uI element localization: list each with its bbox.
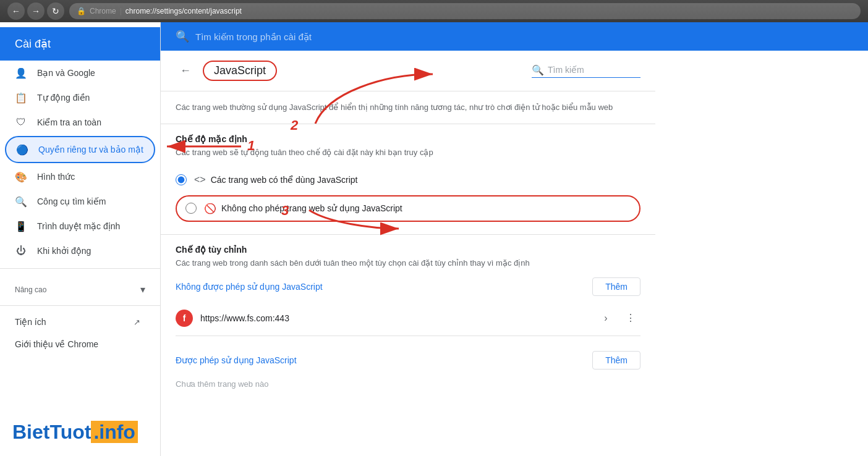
shield-icon: 🛡	[15, 116, 27, 129]
back-arrow-icon: ←	[180, 64, 191, 77]
code-icon: <>	[194, 174, 206, 185]
sidebar-item-trinh-duyet[interactable]: 📱 Trình duyệt mặc định	[0, 214, 155, 239]
search-icon-top: 🔍	[176, 30, 189, 43]
custom-mode-title: Chế độ tùy chỉnh	[176, 245, 640, 255]
sidebar-label-ban-va-google: Bạn và Google	[37, 68, 95, 78]
block-js-option[interactable]: 🚫 Không cho phép trang web sử dụng JavaS…	[176, 195, 640, 222]
separator: |	[120, 7, 122, 15]
content-area: ← JavaScript 🔍 Các trang web thường sử d…	[161, 51, 655, 418]
inline-search-area: 🔍	[532, 64, 640, 78]
sidebar-label-hinh-thuc: Hình thức	[37, 172, 75, 182]
site-favicon: f	[176, 310, 193, 327]
allowed-empty-text: Chưa thêm trang web nào	[176, 374, 640, 394]
theme-icon: 🎨	[15, 171, 27, 183]
address-bar: 🔒 Chrome | chrome://settings/content/jav…	[69, 3, 861, 19]
autofill-icon: 📋	[15, 91, 27, 104]
sidebar-item-tu-dong-dien[interactable]: 📋 Tự động điền	[0, 85, 155, 110]
sidebar-item-cong-cu-tim-kiem[interactable]: 🔍 Công cụ tìm kiếm	[0, 189, 155, 214]
top-search-bar: 🔍	[161, 22, 868, 51]
js-description: Các trang web thường sử dụng JavaScript …	[161, 91, 655, 124]
allowed-title: Được phép sử dụng JavaScript	[176, 355, 297, 365]
back-to-content-button[interactable]: ←	[176, 61, 195, 81]
blocked-add-button[interactable]: Thêm	[592, 277, 640, 296]
sidebar: Cài đặt 👤 Bạn và Google 📋 Tự động điền 🛡…	[0, 22, 161, 456]
lock-icon: 🔒	[77, 7, 86, 15]
tien-ich-label: Tiện ích	[15, 317, 46, 327]
default-mode-section: Chế độ mặc định Các trang web sẽ tự động…	[161, 124, 655, 235]
forward-button[interactable]: →	[27, 2, 45, 20]
allow-js-label: <> Các trang web có thể dùng JavaScript	[194, 174, 357, 185]
sidebar-title: Cài đặt	[15, 38, 51, 50]
custom-mode-desc: Các trang web trong danh sách bên dưới t…	[176, 258, 640, 268]
custom-mode-section: Chế độ tùy chỉnh Các trang web trong dan…	[161, 235, 655, 418]
blocked-subsection: Không được phép sử dụng JavaScript Thêm …	[176, 277, 640, 336]
url-text: chrome://settings/content/javascript	[126, 7, 242, 15]
watermark-biet: Biet	[12, 421, 49, 443]
allowed-subsection: Được phép sử dụng JavaScript Thêm Chưa t…	[176, 351, 640, 394]
block-icon: 🚫	[204, 203, 216, 214]
site-actions: › ⋮	[596, 308, 640, 328]
browser-icon: 📱	[15, 220, 27, 232]
sidebar-item-tien-ich[interactable]: Tiện ích ↗	[0, 311, 155, 333]
startup-icon: ⏻	[15, 245, 27, 257]
sidebar-divider-1	[0, 268, 160, 269]
sidebar-header: Cài đặt	[0, 27, 160, 61]
js-page-title: JavaScript	[203, 61, 277, 81]
js-page-header: ← JavaScript 🔍	[161, 51, 655, 91]
sidebar-item-hinh-thuc[interactable]: 🎨 Hình thức	[0, 164, 155, 189]
sidebar-label-tu-dong-dien: Tự động điền	[37, 93, 90, 103]
watermark-tuot: Tuot	[49, 421, 91, 443]
sidebar-item-gioi-thieu[interactable]: Giới thiệu về Chrome	[0, 333, 155, 355]
sidebar-divider-2	[0, 305, 160, 306]
sidebar-label-kiem-tra-an-toan: Kiểm tra an toàn	[37, 117, 101, 127]
privacy-icon: 🔵	[16, 143, 28, 156]
blocked-header: Không được phép sử dụng JavaScript Thêm	[176, 277, 640, 296]
chevron-down-icon: ▾	[140, 284, 145, 295]
block-js-label: 🚫 Không cho phép trang web sử dụng JavaS…	[204, 203, 402, 214]
inline-search-icon: 🔍	[532, 64, 544, 76]
back-button[interactable]: ←	[7, 2, 25, 20]
allow-js-option[interactable]: <> Các trang web có thể dùng JavaScript	[176, 167, 640, 193]
settings-container: Cài đặt 👤 Bạn và Google 📋 Tự động điền 🛡…	[0, 22, 868, 456]
blocked-site-url: https://www.fs.com:443	[200, 313, 589, 323]
block-js-radio[interactable]	[185, 203, 197, 214]
site-expand-button[interactable]: ›	[596, 308, 616, 328]
site-more-button[interactable]: ⋮	[621, 308, 640, 328]
sidebar-item-ban-va-google[interactable]: 👤 Bạn và Google	[0, 61, 155, 85]
inline-search-input[interactable]	[548, 65, 640, 75]
watermark: BietTuot.info	[12, 421, 138, 444]
gioi-thieu-label: Giới thiệu về Chrome	[15, 339, 98, 349]
refresh-button[interactable]: ↻	[47, 2, 64, 20]
blocked-title: Không được phép sử dụng JavaScript	[176, 282, 323, 292]
advanced-label: Nâng cao	[15, 285, 46, 294]
chrome-label: Chrome	[90, 7, 116, 15]
allow-js-text: Các trang web có thể dùng JavaScript	[211, 175, 358, 185]
main-content: 🔍 ← JavaScript 🔍 Các trang web thường sử…	[161, 22, 868, 456]
person-icon: 👤	[15, 67, 27, 79]
browser-chrome-bar: ← → ↻ 🔒 Chrome | chrome://settings/conte…	[0, 0, 868, 22]
top-search-input[interactable]	[195, 32, 853, 42]
search-engine-icon: 🔍	[15, 195, 27, 208]
default-mode-title: Chế độ mặc định	[176, 134, 640, 144]
sidebar-label-quyen-rieng-tu: Quyền riêng tư và bảo mật	[38, 145, 143, 154]
sidebar-advanced[interactable]: Nâng cao ▾	[0, 274, 160, 300]
js-title-area: ← JavaScript	[176, 61, 277, 81]
external-link-icon: ↗	[134, 318, 140, 327]
allow-js-radio[interactable]	[176, 174, 187, 185]
default-mode-desc: Các trang web sẽ tự động tuân theo chế đ…	[176, 148, 640, 157]
sidebar-item-kiem-tra-an-toan[interactable]: 🛡 Kiểm tra an toàn	[0, 110, 155, 135]
watermark-dot: .info	[91, 421, 138, 443]
sidebar-item-khi-khoi-dong[interactable]: ⏻ Khi khởi động	[0, 239, 155, 263]
sidebar-label-khi-khoi-dong: Khi khởi động	[37, 246, 91, 256]
block-js-text: Không cho phép trang web sử dụng JavaScr…	[221, 203, 402, 213]
allowed-header: Được phép sử dụng JavaScript Thêm	[176, 351, 640, 369]
sidebar-label-cong-cu-tim-kiem: Công cụ tìm kiếm	[37, 196, 106, 206]
sidebar-label-trinh-duyet: Trình duyệt mặc định	[37, 221, 120, 231]
allowed-add-button[interactable]: Thêm	[592, 351, 640, 369]
blocked-site-entry: f https://www.fs.com:443 › ⋮	[176, 301, 640, 336]
sidebar-item-quyen-rieng-tu[interactable]: 🔵 Quyền riêng tư và bảo mật	[5, 136, 155, 163]
nav-controls: ← → ↻	[7, 2, 64, 20]
